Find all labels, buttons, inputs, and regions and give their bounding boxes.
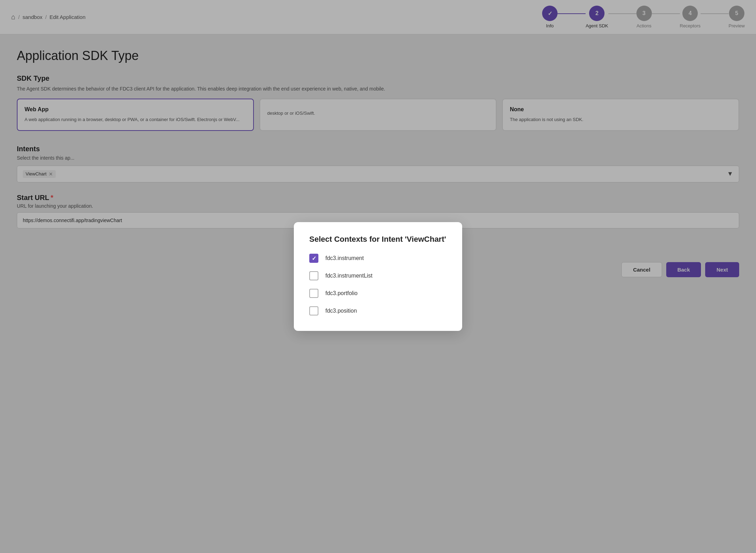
- context-label-fdc3-position: fdc3.position: [325, 308, 357, 314]
- modal-overlay: Select Contexts for Intent 'ViewChart' f…: [0, 0, 756, 553]
- context-item-3[interactable]: fdc3.position: [309, 306, 447, 315]
- checkbox-fdc3-position[interactable]: [309, 306, 318, 315]
- checkbox-fdc3-instrumentList[interactable]: [309, 271, 318, 280]
- context-item-2[interactable]: fdc3.portfolio: [309, 289, 447, 298]
- dialog-title: Select Contexts for Intent 'ViewChart': [309, 235, 447, 244]
- context-item-0[interactable]: fdc3.instrument: [309, 254, 447, 263]
- context-item-1[interactable]: fdc3.instrumentList: [309, 271, 447, 280]
- context-select-dialog: Select Contexts for Intent 'ViewChart' f…: [294, 222, 462, 331]
- context-label-fdc3-instrumentList: fdc3.instrumentList: [325, 273, 372, 279]
- context-label-fdc3-instrument: fdc3.instrument: [325, 255, 364, 261]
- checkbox-fdc3-instrument[interactable]: [309, 254, 318, 263]
- checkbox-fdc3-portfolio[interactable]: [309, 289, 318, 298]
- context-label-fdc3-portfolio: fdc3.portfolio: [325, 290, 358, 297]
